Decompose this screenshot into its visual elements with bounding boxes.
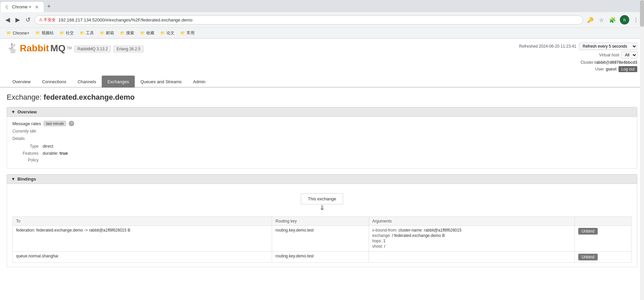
unbind-button-2[interactable]: Unbind bbox=[578, 254, 598, 260]
main-content: Exchange: federated.exchange.demo ▼ Over… bbox=[0, 88, 644, 278]
features-label: Features bbox=[12, 151, 43, 156]
warning-icon: ⚠ bbox=[39, 17, 43, 22]
bookmark-icon[interactable]: ☆ bbox=[598, 15, 605, 24]
unbind-button-1[interactable]: Unbind bbox=[578, 228, 598, 235]
bookmark-favorites[interactable]: 📁 收藏 bbox=[138, 29, 157, 37]
version-badges: RabbitMQ 3.13.2 Erlang 26.2.5 bbox=[74, 46, 144, 52]
overview-section: ▼ Overview Message rates last minute ? C… bbox=[7, 107, 637, 169]
logout-button[interactable]: Log out bbox=[619, 66, 637, 72]
user-label: User bbox=[595, 67, 604, 71]
bookmark-folder-icon: 📁 bbox=[7, 31, 11, 35]
scrollbar-track[interactable] bbox=[640, 0, 644, 300]
page-title-name: federated.exchange.demo bbox=[44, 93, 135, 101]
message-rates-label: Message rates bbox=[12, 121, 41, 126]
col-arguments: Arguments bbox=[369, 217, 575, 226]
address-bar[interactable]: ⚠ 不安全 192.168.217.134:52000/#/exchanges/… bbox=[35, 15, 583, 24]
overview-section-content: Message rates last minute ? Currently id… bbox=[7, 117, 637, 169]
browser-chrome: 🐇 Chrome + ✕ + ◀ ▶ ↺ ⚠ 不安全 192.168.217.1… bbox=[0, 0, 644, 39]
bookmark-common-label: 常用 bbox=[186, 30, 195, 36]
bookmark-chrome-plus[interactable]: 📁 Chrome+ bbox=[4, 30, 32, 37]
bookmark-favorites-label: 收藏 bbox=[146, 30, 154, 36]
menu-icon[interactable]: ⋮ bbox=[632, 15, 640, 24]
features-value: durable: true bbox=[43, 151, 68, 156]
tab-close-button[interactable]: ✕ bbox=[34, 4, 40, 10]
scrollbar-thumb[interactable] bbox=[640, 0, 644, 27]
tab-icon: 🐇 bbox=[4, 5, 9, 9]
bookmark-social[interactable]: 📁 社交 bbox=[57, 29, 76, 37]
page-title: Exchange: federated.exchange.demo bbox=[7, 93, 637, 102]
bookmark-folder-icon-4: 📁 bbox=[80, 31, 85, 35]
app-header: 🐇 RabbitMQTM RabbitMQ 3.13.2 Erlang 26.2… bbox=[0, 39, 644, 72]
extensions-icon[interactable]: 🧩 bbox=[608, 15, 617, 24]
key-icon[interactable]: 🔑 bbox=[586, 15, 595, 24]
col-to: To bbox=[13, 217, 272, 226]
nav-admin[interactable]: Admin bbox=[187, 76, 211, 88]
table-row: federation: federated.exchange.demo -> r… bbox=[13, 226, 632, 252]
tab-label: Chrome + bbox=[12, 4, 31, 9]
bookmark-folder-icon-3: 📁 bbox=[60, 31, 64, 35]
browser-top-bar: ◀ ▶ ↺ ⚠ 不安全 192.168.217.134:52000/#/exch… bbox=[0, 12, 644, 28]
details-label: Details bbox=[12, 136, 632, 141]
currently-idle-text: Currently idle bbox=[12, 129, 632, 134]
reload-button[interactable]: ↺ bbox=[24, 15, 32, 25]
arrow-down-icon: ⇓ bbox=[319, 204, 325, 211]
bookmark-folder-icon-2: 📁 bbox=[36, 31, 40, 35]
bindings-diagram: This exchange ⇓ bbox=[12, 193, 632, 211]
bookmark-folder-icon-7: 📁 bbox=[140, 31, 145, 35]
nav-exchanges[interactable]: Exchanges bbox=[102, 76, 135, 88]
policy-label: Policy bbox=[12, 158, 43, 162]
col-action bbox=[575, 217, 631, 226]
bookmark-folder-icon-9: 📁 bbox=[180, 31, 185, 35]
bookmark-email[interactable]: 📁 邮箱 bbox=[97, 29, 117, 37]
message-rates-row: Message rates last minute ? bbox=[12, 121, 632, 126]
app: 🐇 RabbitMQTM RabbitMQ 3.13.2 Erlang 26.2… bbox=[0, 39, 644, 300]
nav-connections[interactable]: Connections bbox=[36, 76, 72, 88]
binding-to-1: federation: federated.exchange.demo -> r… bbox=[13, 226, 272, 252]
arg-line-4: vhost: / bbox=[372, 244, 571, 249]
address-text: 192.168.217.134:52000/#/exchanges/%2F/fe… bbox=[58, 17, 579, 22]
cluster-label: Cluster bbox=[581, 60, 593, 65]
arg-line-2: exchange: /:federated.exchange.demo B bbox=[372, 233, 571, 238]
type-value: direct bbox=[43, 144, 53, 149]
bookmark-paper-label: 论文 bbox=[166, 30, 174, 36]
nav-overview[interactable]: Overview bbox=[7, 76, 36, 88]
bookmark-video[interactable]: 📁 视频站 bbox=[33, 29, 56, 37]
nav-channels[interactable]: Channels bbox=[72, 76, 102, 88]
nav-bar: Overview Connections Channels Exchanges … bbox=[0, 76, 644, 88]
profile-icon[interactable]: h bbox=[620, 15, 629, 24]
bookmarks-bar: 📁 Chrome+ 📁 视频站 📁 社交 📁 工具 📁 邮箱 📁 搜索 📁 收藏 bbox=[0, 28, 644, 38]
bookmark-email-label: 邮箱 bbox=[106, 30, 114, 36]
last-minute-badge[interactable]: last minute bbox=[44, 121, 66, 126]
bookmark-paper[interactable]: 📁 论文 bbox=[158, 29, 177, 37]
bookmark-tools[interactable]: 📁 工具 bbox=[77, 29, 97, 37]
arg-line: x-bound-from: cluster-name: rabbit@a1ff8… bbox=[372, 228, 571, 233]
active-tab[interactable]: 🐇 Chrome + ✕ bbox=[0, 1, 44, 12]
overview-section-label: Overview bbox=[17, 109, 37, 114]
bookmark-search[interactable]: 📁 搜索 bbox=[117, 29, 137, 37]
arg-line-3: hops: 1 bbox=[372, 239, 571, 243]
policy-row: Policy bbox=[12, 158, 632, 162]
this-exchange-box[interactable]: This exchange bbox=[301, 193, 343, 204]
bookmark-search-label: 搜索 bbox=[126, 30, 134, 36]
erlang-version-badge: Erlang 26.2.5 bbox=[113, 46, 143, 52]
back-button[interactable]: ◀ bbox=[4, 15, 11, 25]
nav-queues-streams[interactable]: Queues and Streams bbox=[135, 76, 187, 88]
help-icon[interactable]: ? bbox=[69, 121, 74, 126]
table-row-2: queue.normal.shanghai routing.key.demo.t… bbox=[13, 252, 632, 263]
cluster-name: rabbit@d6978e4bbcd3 bbox=[594, 60, 637, 65]
page-title-prefix: Exchange: bbox=[7, 93, 44, 101]
overview-section-header[interactable]: ▼ Overview bbox=[7, 107, 637, 117]
refresh-select[interactable]: Refresh every 5 seconds Refresh every 10… bbox=[579, 43, 637, 50]
bookmark-social-label: 社交 bbox=[66, 30, 74, 36]
vhost-row: Virtual host All / bbox=[599, 51, 637, 59]
bookmark-common[interactable]: 📁 常用 bbox=[178, 29, 197, 37]
chevron-down-icon-2: ▼ bbox=[11, 177, 15, 182]
bindings-section-header[interactable]: ▼ Bindings bbox=[7, 174, 637, 184]
new-tab-button[interactable]: + bbox=[44, 2, 53, 11]
forward-button[interactable]: ▶ bbox=[14, 15, 21, 25]
rabbitmq-version-badge: RabbitMQ 3.13.2 bbox=[74, 46, 111, 52]
vhost-select[interactable]: All / bbox=[621, 51, 637, 59]
logo-tm: TM bbox=[67, 46, 71, 50]
features-row: Features durable: true bbox=[12, 151, 632, 156]
logo: 🐇 RabbitMQTM bbox=[7, 43, 72, 54]
